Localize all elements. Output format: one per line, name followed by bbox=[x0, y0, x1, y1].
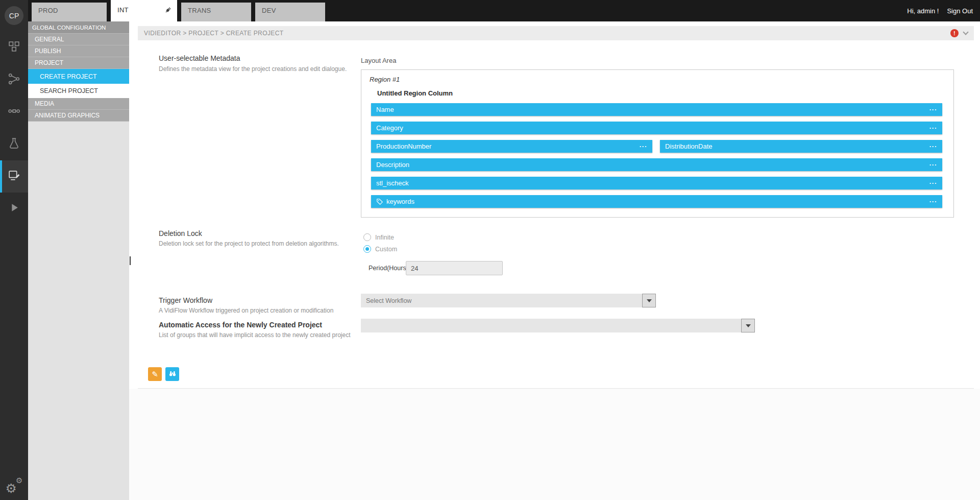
tab-label: INT bbox=[117, 6, 129, 14]
sidebar-item-general[interactable]: GENERAL bbox=[28, 34, 129, 45]
sidebar-item-publish[interactable]: PUBLISH bbox=[28, 45, 129, 57]
metadata-field-keywords[interactable]: keywords ... bbox=[371, 195, 942, 208]
radio-unselected-icon[interactable] bbox=[363, 233, 371, 241]
topology-icon bbox=[8, 73, 20, 87]
period-hours-label: Period(Hours) bbox=[369, 265, 408, 272]
deletion-lock-option-custom[interactable]: Custom bbox=[363, 245, 397, 253]
period-hours-input[interactable] bbox=[406, 261, 503, 275]
region-column-title: Untitled Region Column bbox=[377, 89, 453, 97]
flask-icon bbox=[8, 137, 20, 152]
browse-button[interactable] bbox=[165, 367, 179, 381]
field-options-icon[interactable]: ... bbox=[929, 159, 937, 171]
metadata-section-description: Defines the metadata view for the projec… bbox=[159, 65, 347, 73]
tab-label: DEV bbox=[262, 7, 276, 14]
tab-dev[interactable]: DEV bbox=[255, 3, 325, 21]
metadata-field-category[interactable]: Category ... bbox=[371, 122, 942, 134]
workflow-icon bbox=[8, 105, 20, 120]
trigger-workflow-description: A VidiFlow Workflow triggered on project… bbox=[159, 307, 333, 314]
metadata-field-name[interactable]: Name ... bbox=[371, 103, 942, 116]
error-indicator-icon[interactable]: ! bbox=[950, 29, 959, 37]
user-area: Hi, admin ! Sign Out bbox=[907, 0, 973, 21]
breadcrumb: VIDIEDITOR > PROJECT > CREATE PROJECT bbox=[144, 30, 284, 37]
trigger-workflow-title: Trigger Workflow bbox=[159, 296, 212, 304]
field-options-icon[interactable]: ... bbox=[929, 123, 937, 134]
field-options-icon[interactable]: ... bbox=[929, 104, 937, 115]
field-label: keywords bbox=[386, 198, 414, 205]
auto-access-select[interactable] bbox=[361, 319, 755, 332]
field-label: Name bbox=[376, 106, 394, 113]
metadata-field-distributiondate[interactable]: DistributionDate ... bbox=[660, 140, 942, 153]
metadata-field-stl-ischeck[interactable]: stl_ischeck ... bbox=[371, 177, 942, 189]
tab-int[interactable]: INT bbox=[111, 0, 177, 21]
editor-icon bbox=[8, 169, 20, 184]
sidebar-item-animated-graphics[interactable]: ANIMATED GRAPHICS bbox=[28, 110, 129, 122]
breadcrumb-bar: VIDIEDITOR > PROJECT > CREATE PROJECT ! bbox=[138, 26, 974, 40]
binoculars-icon bbox=[168, 369, 177, 379]
sidebar-item-global-configuration[interactable]: GLOBAL CONFIGURATION bbox=[28, 21, 129, 34]
radio-label: Custom bbox=[375, 246, 397, 253]
user-greeting: Hi, admin ! bbox=[907, 7, 939, 15]
rail-item-player[interactable] bbox=[0, 193, 28, 225]
field-options-icon[interactable]: ... bbox=[640, 141, 647, 152]
layout-area-label: Layout Area bbox=[361, 57, 396, 64]
play-icon bbox=[8, 201, 20, 216]
trigger-workflow-value: Select Workflow bbox=[366, 297, 411, 304]
caret-down-icon bbox=[746, 324, 751, 330]
field-label: stl_ischeck bbox=[376, 179, 409, 187]
field-label: Category bbox=[376, 124, 403, 132]
sign-out-link[interactable]: Sign Out bbox=[947, 7, 973, 15]
app-rail: CP ⚙ ⚙ bbox=[0, 0, 28, 500]
settings-gears-icon: ⚙ ⚙ bbox=[6, 478, 23, 495]
config-sidebar: GLOBAL CONFIGURATION GENERAL PUBLISH PRO… bbox=[28, 21, 129, 500]
sidebar-item-media[interactable]: MEDIA bbox=[28, 98, 129, 110]
environment-tabs: PROD INT TRANS DEV bbox=[32, 0, 325, 21]
field-options-icon[interactable]: ... bbox=[929, 178, 937, 189]
modules-icon bbox=[8, 40, 20, 55]
rail-item-editor[interactable] bbox=[0, 160, 28, 193]
pencil-icon: ✎ bbox=[152, 370, 158, 379]
region-title: Region #1 bbox=[370, 76, 400, 83]
edit-button[interactable]: ✎ bbox=[148, 367, 162, 381]
splitter-handle[interactable] bbox=[130, 256, 131, 265]
auto-access-description: List of groups that will have implicit a… bbox=[159, 331, 351, 339]
rail-item-settings[interactable]: ⚙ ⚙ bbox=[0, 478, 28, 495]
tab-prod[interactable]: PROD bbox=[32, 3, 107, 21]
tag-icon bbox=[376, 198, 383, 205]
radio-selected-icon[interactable] bbox=[363, 245, 371, 253]
rail-item-modules[interactable] bbox=[0, 32, 28, 64]
tab-label: TRANS bbox=[188, 7, 211, 14]
tab-trans[interactable]: TRANS bbox=[181, 3, 251, 21]
deletion-lock-option-infinite[interactable]: Infinite bbox=[363, 233, 394, 241]
app-logo[interactable]: CP bbox=[5, 6, 23, 25]
metadata-section-title: User-selectable Metadata bbox=[159, 54, 240, 62]
rail-item-workflow[interactable] bbox=[0, 96, 28, 128]
metadata-field-description[interactable]: Description ... bbox=[371, 158, 942, 171]
layout-region-box: Region #1 Untitled Region Column Name ..… bbox=[361, 69, 954, 218]
plug-icon bbox=[164, 6, 173, 16]
sidebar-item-create-project[interactable]: CREATE PROJECT bbox=[28, 69, 129, 84]
rail-item-topology[interactable] bbox=[0, 64, 28, 96]
content-footer-area bbox=[129, 389, 980, 500]
dropdown-arrow-button[interactable] bbox=[741, 319, 755, 332]
field-options-icon[interactable]: ... bbox=[929, 141, 937, 152]
field-options-icon[interactable]: ... bbox=[929, 196, 937, 207]
auto-access-title: Automatic Access for the Newly Created P… bbox=[159, 321, 322, 329]
field-label: Description bbox=[376, 161, 409, 169]
metadata-field-productionnumber[interactable]: ProductionNumber ... bbox=[371, 140, 652, 153]
sidebar-item-project[interactable]: PROJECT bbox=[28, 57, 129, 69]
radio-label: Infinite bbox=[375, 234, 394, 241]
trigger-workflow-select[interactable]: Select Workflow bbox=[361, 294, 656, 307]
chevron-down-icon[interactable] bbox=[963, 29, 968, 35]
deletion-lock-description: Deletion lock set for the project to pro… bbox=[159, 240, 339, 247]
rail-item-lab[interactable] bbox=[0, 128, 28, 160]
top-bar: PROD INT TRANS DEV Hi, admin ! Sign Out bbox=[0, 0, 980, 21]
deletion-lock-title: Deletion Lock bbox=[159, 229, 202, 237]
field-label: ProductionNumber bbox=[376, 142, 431, 150]
caret-down-icon bbox=[647, 299, 652, 305]
field-label: DistributionDate bbox=[665, 142, 713, 150]
sidebar-item-search-project[interactable]: SEARCH PROJECT bbox=[28, 84, 129, 98]
tab-label: PROD bbox=[38, 7, 58, 14]
dropdown-arrow-button[interactable] bbox=[642, 294, 656, 307]
